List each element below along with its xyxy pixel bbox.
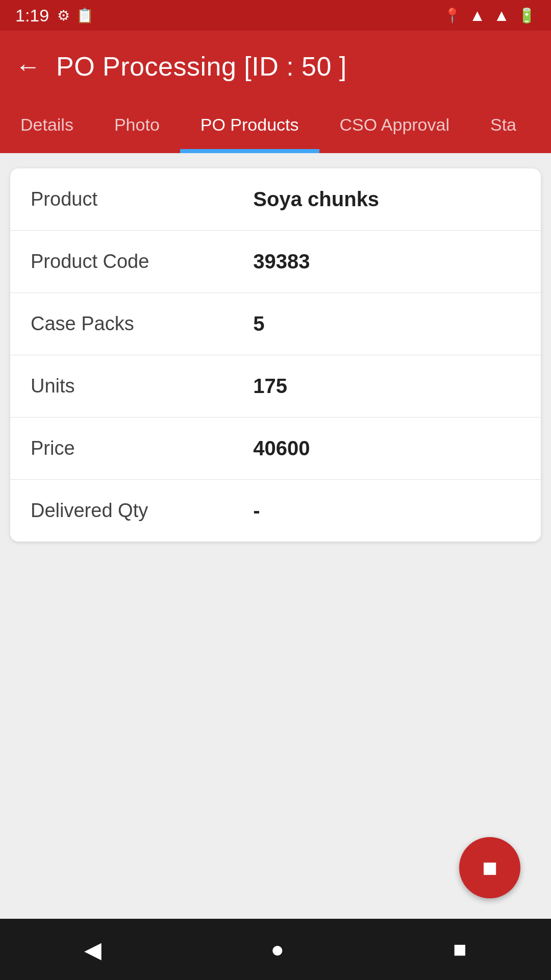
nav-back-button[interactable]: ◀ <box>74 926 112 973</box>
case-packs-value: 5 <box>253 312 520 335</box>
page-title: PO Processing [ID : 50 ] <box>56 51 347 82</box>
status-time: 1:19 <box>15 6 49 26</box>
nav-back-icon: ◀ <box>84 937 102 963</box>
bottom-navigation: ◀ ● ■ <box>0 919 551 980</box>
case-packs-label: Case Packs <box>31 313 253 335</box>
signal-icon: ▲ <box>493 6 510 25</box>
app-header: ← PO Processing [ID : 50 ] <box>0 31 551 102</box>
settings-icon: ⚙ <box>57 7 70 24</box>
nav-recents-button[interactable]: ■ <box>443 926 477 972</box>
units-label: Units <box>31 375 253 397</box>
price-label: Price <box>31 437 253 459</box>
back-icon: ← <box>15 52 41 81</box>
product-card: Product Soya chunks Product Code 39383 C… <box>10 168 541 542</box>
battery-icon: 🔋 <box>518 7 536 24</box>
fab-button[interactable]: ■ <box>459 837 520 898</box>
tab-photo-label: Photo <box>114 115 160 141</box>
table-row: Product Soya chunks <box>10 168 541 231</box>
tab-bar: Details Photo PO Products CSO Approval S… <box>0 102 551 153</box>
table-row: Case Packs 5 <box>10 293 541 355</box>
clipboard-icon: 📋 <box>76 7 94 24</box>
product-code-value: 39383 <box>253 250 520 273</box>
product-code-label: Product Code <box>31 251 253 273</box>
nav-recents-icon: ■ <box>453 937 467 962</box>
status-bar: 1:19 ⚙ 📋 📍 ▲ ▲ 🔋 <box>0 0 551 31</box>
tab-sta[interactable]: Sta <box>470 102 537 153</box>
tab-photo[interactable]: Photo <box>94 102 180 153</box>
tab-cso-approval[interactable]: CSO Approval <box>319 102 470 153</box>
back-button[interactable]: ← <box>15 52 41 81</box>
tab-po-products-indicator <box>180 149 319 153</box>
tab-po-products-label: PO Products <box>201 115 299 141</box>
table-row: Product Code 39383 <box>10 231 541 293</box>
tab-po-products[interactable]: PO Products <box>180 102 319 153</box>
units-value: 175 <box>253 375 520 398</box>
location-icon: 📍 <box>443 7 461 24</box>
fab-icon: ■ <box>482 853 497 883</box>
tab-details[interactable]: Details <box>0 102 94 153</box>
nav-home-icon: ● <box>270 937 284 962</box>
wifi-icon: ▲ <box>469 6 486 25</box>
table-row: Delivered Qty - <box>10 480 541 542</box>
nav-home-button[interactable]: ● <box>260 926 294 972</box>
table-row: Price 40600 <box>10 418 541 480</box>
delivered-qty-label: Delivered Qty <box>31 500 253 522</box>
tab-details-label: Details <box>20 115 73 141</box>
price-value: 40600 <box>253 437 520 460</box>
table-row: Units 175 <box>10 355 541 418</box>
tab-sta-label: Sta <box>490 115 516 141</box>
product-value: Soya chunks <box>253 188 520 211</box>
tab-cso-approval-label: CSO Approval <box>340 115 449 141</box>
delivered-qty-value: - <box>253 499 520 522</box>
product-label: Product <box>31 188 253 210</box>
